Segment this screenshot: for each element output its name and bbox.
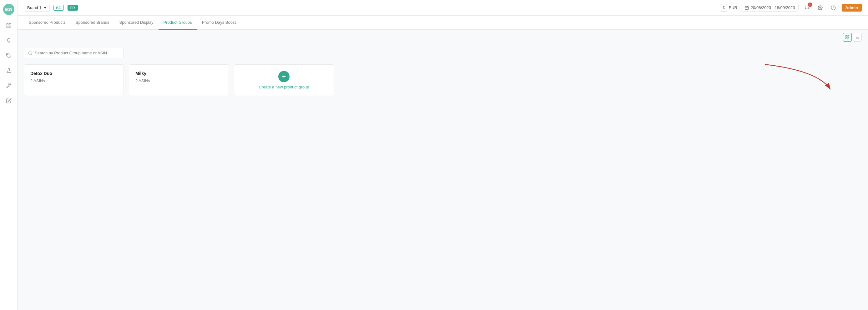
svg-point-20 [28, 51, 31, 54]
notification-count: 7 [808, 2, 812, 7]
settings-button[interactable] [815, 3, 825, 12]
svg-rect-16 [848, 37, 849, 39]
tag-icon[interactable] [4, 51, 13, 60]
list-view-button[interactable] [853, 33, 862, 41]
search-bar[interactable] [24, 48, 124, 58]
product-groups-list: Detox Duo 2 ASINs Milky 2 ASINs + Create… [24, 64, 862, 96]
edit-icon[interactable] [4, 96, 13, 105]
date-range-picker[interactable]: 20/08/2023 - 18/09/2023 [741, 4, 799, 11]
sidebar-item-lab[interactable] [0, 66, 17, 75]
svg-rect-3 [9, 26, 11, 28]
svg-rect-1 [9, 24, 11, 25]
bulb-icon[interactable] [4, 36, 13, 45]
sidebar: m19 [0, 0, 18, 310]
tab-sponsored-brands[interactable]: Sponsored Brands [71, 15, 115, 30]
svg-rect-14 [848, 36, 849, 37]
cards-area: Detox Duo 2 ASINs Milky 2 ASINs + Create… [24, 64, 862, 96]
list-icon [855, 35, 860, 39]
gear-icon [818, 5, 823, 10]
calendar-icon [744, 6, 749, 10]
svg-line-21 [31, 54, 32, 55]
date-range-label: 20/08/2023 - 18/09/2023 [751, 5, 795, 10]
admin-button[interactable]: Admin [842, 4, 862, 11]
currency-symbol: € [720, 4, 727, 11]
logo[interactable]: m19 [3, 4, 14, 15]
badge-fr[interactable]: FR [67, 5, 78, 11]
card-asins: 2 ASINs [30, 78, 117, 83]
svg-point-4 [7, 54, 8, 55]
sidebar-item-insights[interactable] [0, 36, 17, 45]
help-icon [831, 5, 836, 10]
tab-product-groups[interactable]: Product Groups [158, 15, 197, 30]
page-content-area: Detox Duo 2 ASINs Milky 2 ASINs + Create… [18, 30, 868, 310]
card-title: Detox Duo [30, 71, 117, 76]
dashboard-icon[interactable] [4, 21, 13, 30]
brand-selector[interactable]: Brand 1 ▾ [24, 4, 50, 11]
view-toggle-group [843, 33, 862, 41]
search-icon [28, 51, 32, 55]
page-content: Detox Duo 2 ASINs Milky 2 ASINs + Create… [18, 41, 868, 102]
currency-code: EUR [728, 5, 737, 10]
svg-point-11 [831, 6, 835, 10]
sidebar-item-tools[interactable] [0, 81, 17, 90]
brand-dropdown-icon: ▾ [44, 5, 46, 10]
notification-button[interactable]: 7 [802, 3, 812, 12]
create-plus-icon: + [278, 71, 289, 82]
main-area: Brand 1 ▾ BE FR € EUR 20/08/2023 - 18/09… [18, 0, 868, 310]
grid-view-button[interactable] [843, 33, 852, 41]
tools-icon[interactable] [4, 81, 13, 90]
flask-icon[interactable] [4, 66, 13, 75]
svg-rect-6 [745, 6, 749, 9]
create-card-label: Create a new product group [258, 85, 309, 90]
card-title: Milky [135, 71, 222, 76]
search-input[interactable] [35, 50, 120, 55]
help-button[interactable] [829, 3, 838, 12]
svg-rect-2 [6, 26, 8, 28]
currency-display: € EUR [720, 4, 737, 11]
sidebar-item-dashboard[interactable] [0, 21, 17, 30]
header: Brand 1 ▾ BE FR € EUR 20/08/2023 - 18/09… [18, 0, 868, 15]
sidebar-item-edit[interactable] [0, 96, 17, 105]
sidebar-item-tags[interactable] [0, 51, 17, 60]
svg-rect-15 [846, 37, 847, 39]
badge-be[interactable]: BE [54, 5, 64, 11]
view-controls [18, 30, 868, 41]
brand-label: Brand 1 [27, 5, 41, 10]
svg-rect-13 [846, 36, 847, 37]
card-asins: 2 ASINs [135, 78, 222, 83]
product-group-card-milky[interactable]: Milky 2 ASINs [129, 64, 229, 96]
tabs-bar: Sponsored Products Sponsored Brands Spon… [18, 15, 868, 30]
tab-promo-days-boost[interactable]: Promo Days Boost [197, 15, 241, 30]
svg-rect-0 [6, 24, 8, 25]
tab-sponsored-display[interactable]: Sponsored Display [114, 15, 158, 30]
svg-point-10 [819, 7, 821, 8]
grid-icon [845, 35, 849, 39]
product-group-card-detox-duo[interactable]: Detox Duo 2 ASINs [24, 64, 124, 96]
create-product-group-card[interactable]: + Create a new product group [234, 64, 334, 96]
tab-sponsored-products[interactable]: Sponsored Products [24, 15, 71, 30]
